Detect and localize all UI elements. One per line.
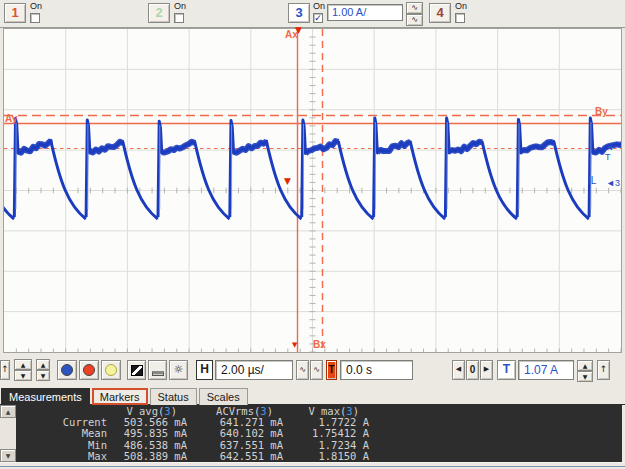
vertical-adjust-button[interactable]: ↑ xyxy=(0,360,10,380)
channel-1-on-checkbox[interactable] xyxy=(30,13,40,23)
channel-3-on-label: On xyxy=(313,1,325,11)
tab-status[interactable]: Status xyxy=(150,388,197,405)
blue-circle-icon xyxy=(61,364,73,376)
table-cell: 642.551 mA xyxy=(187,451,283,462)
spin-down-button[interactable]: ▼ xyxy=(36,370,50,381)
trigger-center-button[interactable]: ↑ xyxy=(597,360,610,380)
spin-up-button[interactable]: ▲ xyxy=(14,359,32,370)
table-cell: 508.389 mA xyxy=(107,451,187,462)
yellow-circle-icon xyxy=(105,364,117,376)
spin-down-button[interactable]: ▼ xyxy=(14,370,32,381)
channel-number-badge: 3 xyxy=(346,405,352,417)
tab-markers[interactable]: Markers xyxy=(92,388,148,405)
sun-icon: ☼ xyxy=(174,363,184,376)
trigger-menu-button[interactable]: T xyxy=(497,360,516,380)
channel-4-on-checkbox[interactable] xyxy=(455,13,465,23)
spin-down-icon: ▼ xyxy=(583,373,588,380)
table-cell: 640.102 mA xyxy=(187,428,283,439)
table-cell: 1.75412 A xyxy=(283,428,369,439)
spin-down-icon: ▼ xyxy=(41,372,46,379)
wave-icon: ∿ xyxy=(411,15,418,24)
trace-label-il: IL xyxy=(588,176,596,186)
coupling-ac-button[interactable]: ∿ xyxy=(406,14,423,26)
row-label: Mean xyxy=(17,428,107,439)
row-label: Max xyxy=(17,451,107,462)
window-bottom-line xyxy=(0,466,625,467)
zero-delay-button[interactable]: 0 xyxy=(466,360,479,380)
stop-button[interactable] xyxy=(79,360,99,380)
spin-up-icon: ▲ xyxy=(583,362,588,369)
channel-number-badge: 3 xyxy=(260,405,266,417)
coupling-dc-button[interactable]: ∿ xyxy=(406,2,423,14)
spin-down-button[interactable]: ▼ xyxy=(577,371,593,382)
table-row: Min486.538 mA637.551 mA1.7234 A xyxy=(17,440,369,451)
scroll-up-button[interactable]: ▲ xyxy=(0,405,16,418)
run-button[interactable] xyxy=(57,360,77,380)
channel-3-on-checkbox[interactable]: ✓ xyxy=(313,13,323,23)
spin-up-button[interactable]: ▲ xyxy=(36,359,50,370)
cursor-ay-label[interactable]: Ay xyxy=(5,114,17,124)
channel-1-button[interactable]: 1 xyxy=(4,3,26,23)
print-button[interactable] xyxy=(148,360,167,380)
waveform-display: ▼ Ax Bx Ay By ▼ ▼ ◄ T IL ◄3 xyxy=(3,28,622,353)
spin-up-button[interactable]: ▲ xyxy=(577,360,593,371)
pan-right-button[interactable]: ▶ xyxy=(480,360,493,380)
cursor-ax-label[interactable]: Ax xyxy=(285,30,298,40)
channel-3-button[interactable]: 3 xyxy=(288,3,310,23)
channel-4-button[interactable]: 4 xyxy=(429,3,451,23)
channel-3-scale-field[interactable]: 1.00 A/ xyxy=(327,4,403,21)
pan-left-button[interactable]: ◀ xyxy=(452,360,465,380)
spin-down-icon: ▼ xyxy=(21,372,26,379)
trigger-position-icon: T xyxy=(326,360,337,380)
cursor-ax-handle-icon[interactable]: ▼ xyxy=(292,341,297,350)
scale-spinner: ▲ ▼ xyxy=(36,359,50,381)
main-sweep-button[interactable]: ∿ xyxy=(296,360,309,380)
delayed-sweep-button[interactable]: ∿ xyxy=(310,360,323,380)
cursor-bx-label[interactable]: Bx xyxy=(313,340,326,350)
trigger-level-spinner: ▲ ▼ xyxy=(577,360,593,382)
table-row: Mean495.835 mA640.102 mA1.75412 A xyxy=(17,428,369,439)
channel-bar: 1 On 2 On 3 On ✓ 1.00 A/ ∿ ∿ 4 On xyxy=(0,0,625,28)
table-cell: 495.835 mA xyxy=(107,428,187,439)
up-arrow-icon: ↑ xyxy=(600,364,608,374)
trigger-point-marker-icon: ▼ xyxy=(284,177,291,186)
table-cell: 1.8150 A xyxy=(283,451,369,462)
up-arrow-icon: ↑ xyxy=(1,364,9,374)
timebase-field[interactable]: 2.00 µs/ xyxy=(215,360,293,380)
scroll-down-button[interactable]: ▼ xyxy=(0,449,16,462)
position-spinner: ▲ ▼ xyxy=(14,359,32,381)
single-button[interactable] xyxy=(101,360,121,380)
channel-2-on-checkbox[interactable] xyxy=(174,13,184,23)
channel-3-ground-marker[interactable]: ◄3 xyxy=(606,178,620,188)
delay-field[interactable]: 0.0 s xyxy=(340,360,413,380)
display-settings-button[interactable]: ☼ xyxy=(169,360,188,380)
capture-button[interactable] xyxy=(127,360,146,380)
panel-scrollbar[interactable]: ▲ ▼ xyxy=(0,405,16,462)
red-circle-icon xyxy=(83,364,95,376)
table-row: Max508.389 mA642.551 mA1.8150 A xyxy=(17,451,369,462)
trigger-level-marker[interactable]: ◄ T xyxy=(605,142,621,162)
spin-up-icon: ▲ xyxy=(21,361,26,368)
horizontal-menu-button[interactable]: H xyxy=(196,360,213,380)
wave-icon: ∿ xyxy=(299,365,306,374)
spin-up-icon: ▲ xyxy=(6,408,11,415)
tab-measurements[interactable]: Measurements xyxy=(1,388,90,405)
printer-icon xyxy=(152,371,164,376)
left-arrow-icon: ◀ xyxy=(456,365,461,373)
right-arrow-icon: ▶ xyxy=(484,365,489,373)
channel-2-on-label: On xyxy=(174,1,186,11)
wave-icon: ∿ xyxy=(313,365,320,374)
wave-icon: ∿ xyxy=(411,3,418,12)
channel-4-on-label: On xyxy=(455,1,467,11)
channel-number-badge: 3 xyxy=(164,405,170,417)
measurements-panel: ▲ ▼ V avg(3)ACVrms(3)V max(3)Current503.… xyxy=(0,405,622,462)
channel-2-button[interactable]: 2 xyxy=(148,3,170,23)
tab-scales[interactable]: Scales xyxy=(199,388,248,405)
channel-1-on-label: On xyxy=(30,1,42,11)
cursor-by-label[interactable]: By xyxy=(595,107,608,117)
measurements-table: V avg(3)ACVrms(3)V max(3)Current503.566 … xyxy=(17,406,369,462)
spin-down-icon: ▼ xyxy=(6,452,11,459)
oscilloscope-app-window: 1 On 2 On 3 On ✓ 1.00 A/ ∿ ∿ 4 On ▼ Ax B… xyxy=(0,0,625,469)
check-icon: ✓ xyxy=(314,13,322,23)
trigger-level-field[interactable]: 1.07 A xyxy=(518,360,574,380)
